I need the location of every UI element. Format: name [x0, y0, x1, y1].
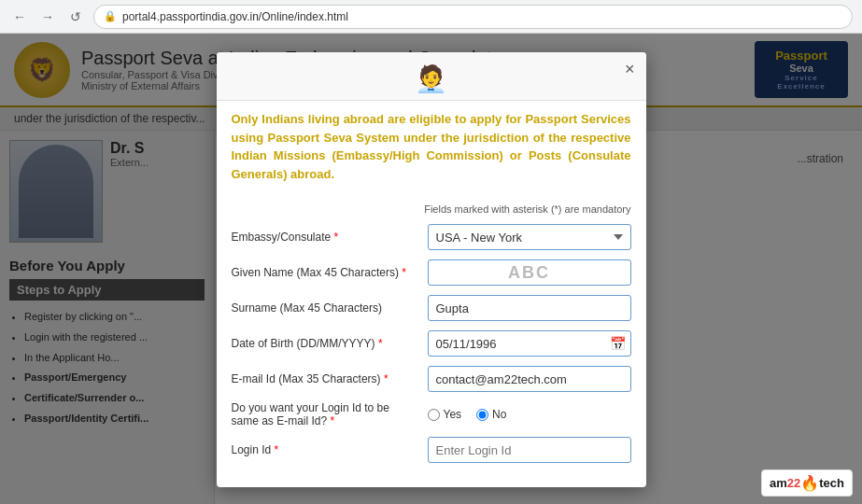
url-bar[interactable]: 🔒 portal4.passportindia.gov.in/Online/in…: [93, 5, 853, 29]
am22-badge: am22🔥tech: [761, 469, 853, 497]
login-id-label: Login Id *: [232, 443, 418, 456]
modal-dialog: × 🧑‍💼 Only Indians living abroad are eli…: [217, 52, 646, 487]
required-marker: *: [378, 337, 383, 350]
main-content: 🦁 Passport Seva at Indian Embassies and …: [0, 34, 862, 504]
dob-label: Date of Birth (DD/MM/YYYY) *: [232, 337, 418, 350]
given-name-row: Given Name (Max 45 Characters) * ABC: [232, 259, 631, 286]
email-input[interactable]: [428, 366, 631, 392]
url-text: portal4.passportindia.gov.in/Online/inde…: [122, 10, 348, 23]
dob-input[interactable]: [428, 330, 631, 357]
embassy-label: Embassy/Consulate *: [232, 231, 418, 244]
surname-input[interactable]: [428, 295, 631, 321]
lock-icon: 🔒: [104, 10, 117, 22]
required-marker: *: [331, 414, 335, 427]
email-label: E-mail Id (Max 35 Characters) *: [232, 372, 418, 385]
yes-no-group: Yes No: [428, 408, 507, 421]
login-id-row: Login Id *: [232, 437, 631, 463]
no-radio-label[interactable]: No: [476, 408, 506, 421]
modal-header: × 🧑‍💼: [217, 52, 646, 101]
embassy-select[interactable]: USA - New York USA - San Francisco USA -…: [428, 224, 631, 250]
modal-overlay: × 🧑‍💼 Only Indians living abroad are eli…: [0, 34, 862, 504]
yes-radio-label[interactable]: Yes: [428, 408, 462, 421]
browser-bar: ← → ↺ 🔒 portal4.passportindia.gov.in/Onl…: [0, 0, 862, 34]
calendar-icon: 📅: [610, 336, 626, 351]
embassy-row: Embassy/Consulate * USA - New York USA -…: [232, 224, 631, 250]
yes-radio[interactable]: [428, 409, 440, 421]
forward-button[interactable]: →: [37, 7, 58, 27]
no-radio[interactable]: [476, 409, 488, 421]
given-name-placeholder[interactable]: ABC: [428, 259, 631, 286]
am22-am-text: am: [770, 476, 787, 490]
login-same-label: Do you want your Login Id to be same as …: [232, 401, 418, 427]
back-button[interactable]: ←: [9, 7, 30, 27]
dob-input-wrapper: 📅: [428, 330, 631, 357]
surname-row: Surname (Max 45 Characters): [232, 295, 631, 321]
am22-tech-text: tech: [819, 476, 844, 490]
modal-body: Fields marked with asterisk (*) are mand…: [217, 194, 646, 487]
surname-label: Surname (Max 45 Characters): [232, 301, 418, 315]
modal-close-button[interactable]: ×: [625, 60, 635, 79]
email-row: E-mail Id (Max 35 Characters) *: [232, 366, 631, 392]
login-same-row: Do you want your Login Id to be same as …: [232, 401, 631, 427]
required-marker: *: [384, 372, 389, 385]
dob-row: Date of Birth (DD/MM/YYYY) * 📅: [232, 330, 631, 357]
reload-button[interactable]: ↺: [65, 7, 86, 27]
modal-person-icon: 🧑‍💼: [415, 63, 447, 94]
required-marker: *: [275, 443, 279, 456]
mandatory-note: Fields marked with asterisk (*) are mand…: [232, 203, 631, 215]
modal-warning-text: Only Indians living abroad are eligible …: [217, 101, 646, 194]
fire-icon: 🔥: [800, 474, 819, 492]
given-name-label: Given Name (Max 45 Characters) *: [232, 266, 418, 279]
required-marker: *: [402, 266, 406, 279]
required-marker: *: [334, 231, 339, 244]
login-id-input[interactable]: [428, 437, 631, 463]
am22-num-text: 22: [787, 476, 800, 490]
